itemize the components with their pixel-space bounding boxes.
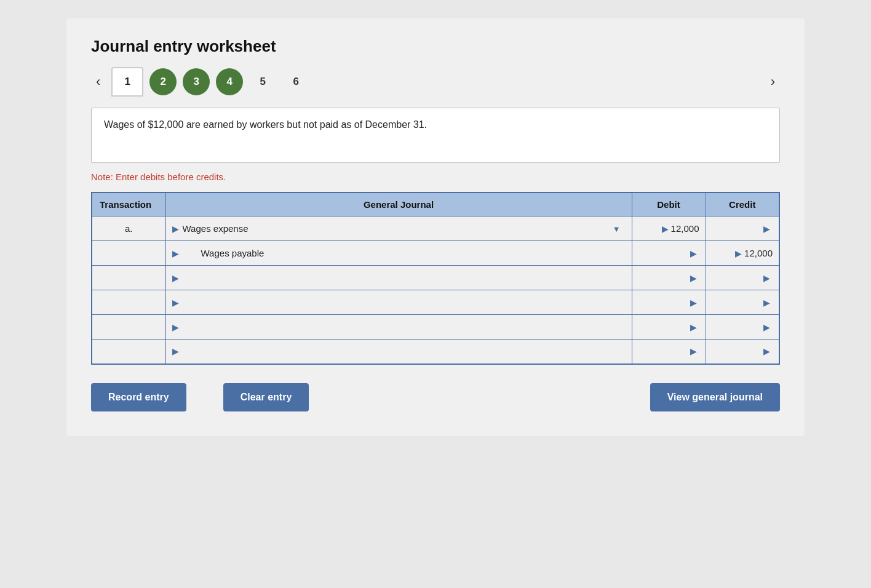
header-credit: Credit bbox=[706, 193, 779, 217]
dropdown-arrow-1[interactable]: ▼ bbox=[613, 224, 621, 233]
cell-gj-6[interactable]: ▶ bbox=[165, 340, 632, 364]
cell-credit-2[interactable]: ▶ 12,000 bbox=[706, 241, 779, 266]
table-row: ▶ Wages payable ▶ ▶ 12,000 bbox=[92, 241, 779, 266]
page-title: Journal entry worksheet bbox=[91, 37, 780, 56]
buttons-row: Record entry Clear entry View general jo… bbox=[91, 383, 780, 411]
debit-marker-5: ▶ bbox=[690, 322, 697, 332]
cell-gj-2[interactable]: ▶ Wages payable bbox=[165, 241, 632, 266]
gj-marker-4: ▶ bbox=[172, 298, 179, 308]
cell-gj-5[interactable]: ▶ bbox=[165, 315, 632, 340]
prev-arrow[interactable]: ‹ bbox=[91, 71, 105, 92]
tabs-row: ‹ 1 2 3 4 5 6 › bbox=[91, 67, 780, 97]
cell-debit-2[interactable]: ▶ bbox=[632, 241, 706, 266]
header-debit: Debit bbox=[632, 193, 706, 217]
journal-table: Transaction General Journal Debit Credit… bbox=[91, 192, 780, 365]
gj-marker-6: ▶ bbox=[172, 346, 179, 356]
gj-text-2: Wages payable bbox=[183, 248, 264, 258]
credit-marker-4: ▶ bbox=[763, 298, 770, 308]
tab-6[interactable]: 6 bbox=[282, 68, 309, 95]
note-text: Note: Enter debits before credits. bbox=[91, 172, 780, 182]
view-general-journal-button[interactable]: View general journal bbox=[650, 383, 780, 411]
table-row: a. ▶ Wages expense ▼ ▶ 12,000 bbox=[92, 217, 779, 241]
credit-marker-2: ▶ bbox=[735, 248, 742, 258]
cell-gj-3[interactable]: ▶ bbox=[165, 266, 632, 290]
cell-gj-1[interactable]: ▶ Wages expense ▼ bbox=[165, 217, 632, 241]
cell-debit-6[interactable]: ▶ bbox=[632, 340, 706, 364]
header-general-journal: General Journal bbox=[165, 193, 632, 217]
cell-debit-1[interactable]: ▶ 12,000 bbox=[632, 217, 706, 241]
gj-marker-1: ▶ bbox=[172, 224, 179, 234]
description-text: Wages of $12,000 are earned by workers b… bbox=[104, 119, 427, 130]
gj-text-1: Wages expense bbox=[183, 223, 249, 234]
credit-marker-5: ▶ bbox=[763, 322, 770, 332]
cell-transaction-5 bbox=[92, 315, 165, 340]
credit-marker-1: ▶ bbox=[763, 224, 770, 234]
cell-transaction-4 bbox=[92, 290, 165, 315]
tab-5[interactable]: 5 bbox=[249, 68, 276, 95]
table-row: ▶ ▶ ▶ bbox=[92, 340, 779, 364]
cell-debit-3[interactable]: ▶ bbox=[632, 266, 706, 290]
table-row: ▶ ▶ ▶ bbox=[92, 315, 779, 340]
cell-credit-1[interactable]: ▶ bbox=[706, 217, 779, 241]
cell-transaction-6 bbox=[92, 340, 165, 364]
cell-credit-6[interactable]: ▶ bbox=[706, 340, 779, 364]
cell-transaction-1: a. bbox=[92, 217, 165, 241]
cell-gj-4[interactable]: ▶ bbox=[165, 290, 632, 315]
tab-2[interactable]: 2 bbox=[149, 68, 177, 95]
debit-marker-6: ▶ bbox=[690, 346, 697, 356]
debit-value-1: 12,000 bbox=[671, 223, 699, 234]
record-entry-button[interactable]: Record entry bbox=[91, 383, 186, 411]
debit-marker-2: ▶ bbox=[690, 248, 697, 258]
next-arrow[interactable]: › bbox=[766, 71, 780, 92]
credit-marker-3: ▶ bbox=[763, 273, 770, 283]
debit-marker-1: ▶ bbox=[662, 224, 669, 234]
description-box: Wages of $12,000 are earned by workers b… bbox=[91, 108, 780, 163]
debit-marker-4: ▶ bbox=[690, 298, 697, 308]
clear-entry-button[interactable]: Clear entry bbox=[223, 383, 309, 411]
tab-1[interactable]: 1 bbox=[111, 67, 143, 97]
cell-transaction-3 bbox=[92, 266, 165, 290]
credit-value-2: 12,000 bbox=[744, 248, 773, 258]
gj-marker-3: ▶ bbox=[172, 273, 179, 283]
cell-credit-4[interactable]: ▶ bbox=[706, 290, 779, 315]
cell-debit-5[interactable]: ▶ bbox=[632, 315, 706, 340]
table-row: ▶ ▶ ▶ bbox=[92, 266, 779, 290]
tab-3[interactable]: 3 bbox=[183, 68, 210, 95]
main-container: Journal entry worksheet ‹ 1 2 3 4 5 6 › … bbox=[66, 18, 805, 436]
tab-4[interactable]: 4 bbox=[216, 68, 243, 95]
debit-marker-3: ▶ bbox=[690, 273, 697, 283]
cell-transaction-2 bbox=[92, 241, 165, 266]
credit-marker-6: ▶ bbox=[763, 346, 770, 356]
cell-credit-3[interactable]: ▶ bbox=[706, 266, 779, 290]
gj-marker-2: ▶ bbox=[172, 248, 179, 258]
cell-credit-5[interactable]: ▶ bbox=[706, 315, 779, 340]
table-row: ▶ ▶ ▶ bbox=[92, 290, 779, 315]
cell-debit-4[interactable]: ▶ bbox=[632, 290, 706, 315]
header-transaction: Transaction bbox=[92, 193, 165, 217]
gj-marker-5: ▶ bbox=[172, 322, 179, 332]
